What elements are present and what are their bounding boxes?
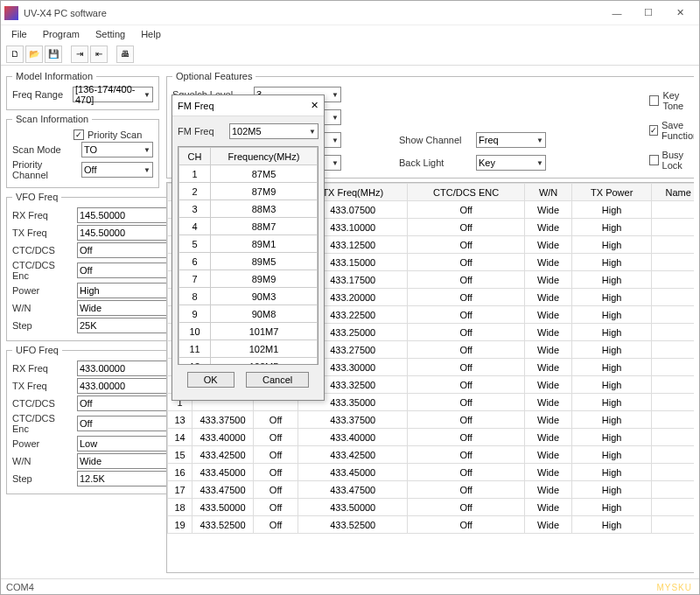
cancel-button[interactable]: Cancel bbox=[246, 372, 309, 388]
table-row[interactable]: 890M3 bbox=[179, 288, 318, 305]
priority-channel-select[interactable]: Off▼ bbox=[81, 162, 153, 178]
key-tone-checkbox[interactable] bbox=[649, 95, 659, 106]
maximize-button[interactable]: ☐ bbox=[633, 3, 664, 24]
write-icon[interactable]: ⇤ bbox=[90, 46, 108, 63]
save-icon[interactable]: 💾 bbox=[45, 46, 62, 63]
table-row[interactable]: 789M9 bbox=[179, 270, 318, 288]
toolbar: 🗋 📂 💾 ⇥ ⇤ 🖶 bbox=[1, 43, 699, 66]
table-row[interactable]: 18433.50000Off433.50000OffWideHigh bbox=[168, 499, 695, 516]
close-button[interactable]: ✕ bbox=[664, 3, 696, 24]
titlebar: UV-X4 PC software — ☐ ✕ bbox=[1, 1, 699, 25]
model-info: Model Information Freq Range [136-174/40… bbox=[6, 71, 159, 110]
freq-range-label: Freq Range bbox=[12, 89, 69, 100]
com-port: COM4 bbox=[6, 582, 34, 592]
read-icon[interactable]: ⇥ bbox=[71, 46, 88, 63]
print-icon[interactable]: 🖶 bbox=[116, 46, 134, 63]
ok-button[interactable]: OK bbox=[187, 372, 234, 388]
menu-setting[interactable]: Setting bbox=[88, 27, 132, 41]
table-row[interactable]: 287M9 bbox=[179, 183, 318, 200]
watermark: MYSKU bbox=[656, 583, 692, 592]
dialog-title: FM Freq bbox=[178, 101, 311, 111]
app-icon bbox=[4, 6, 18, 20]
table-row[interactable]: 13433.37500Off433.37500OffWideHigh bbox=[168, 411, 695, 429]
table-row[interactable]: 17433.47500Off433.47500OffWideHigh bbox=[168, 481, 695, 499]
menu-help[interactable]: Help bbox=[134, 27, 168, 41]
app-window: UV-X4 PC software — ☐ ✕ File Program Set… bbox=[0, 0, 700, 595]
table-row[interactable]: 16433.45000Off433.45000OffWideHigh bbox=[168, 464, 695, 481]
menubar: File Program Setting Help bbox=[1, 25, 699, 43]
table-row[interactable]: 488M7 bbox=[179, 218, 318, 235]
dialog-close-icon[interactable]: ✕ bbox=[311, 100, 318, 111]
open-icon[interactable]: 📂 bbox=[25, 46, 43, 63]
table-row[interactable]: 589M1 bbox=[179, 235, 318, 253]
table-row[interactable]: 12102M5 bbox=[179, 358, 318, 366]
minimize-button[interactable]: — bbox=[601, 3, 633, 24]
fm-freq-table[interactable]: CH Frequency(MHz) 187M5287M9388M3488M758… bbox=[178, 146, 318, 365]
table-row[interactable]: 990M8 bbox=[179, 305, 318, 323]
busy-lock-checkbox[interactable] bbox=[649, 155, 659, 165]
status-bar: COM4 bbox=[1, 578, 699, 594]
window-title: UV-X4 PC software bbox=[24, 8, 601, 18]
back-light-select[interactable]: Key▼ bbox=[476, 155, 546, 171]
menu-file[interactable]: File bbox=[4, 27, 34, 41]
freq-range-select[interactable]: [136-174/400-470]▼ bbox=[73, 87, 153, 102]
table-row[interactable]: 187M5 bbox=[179, 165, 318, 183]
table-row[interactable]: 14433.40000Off433.40000OffWideHigh bbox=[168, 429, 695, 446]
table-row[interactable]: 11102M1 bbox=[179, 340, 318, 358]
table-row[interactable]: 15433.42500Off433.42500OffWideHigh bbox=[168, 446, 695, 464]
save-func-checkbox[interactable]: ✓ bbox=[649, 125, 658, 136]
priority-scan-checkbox[interactable]: ✓ bbox=[74, 130, 84, 140]
table-row[interactable]: 689M5 bbox=[179, 253, 318, 270]
fm-freq-dialog: FM Freq ✕ FM Freq 102M5▼ CH Frequency(MH… bbox=[172, 94, 325, 401]
new-icon[interactable]: 🗋 bbox=[6, 46, 24, 63]
menu-program[interactable]: Program bbox=[36, 27, 87, 41]
fm-freq-select[interactable]: 102M5▼ bbox=[229, 123, 318, 139]
scan-mode-select[interactable]: TO▼ bbox=[81, 142, 153, 158]
show-channel-select[interactable]: Freq▼ bbox=[476, 132, 546, 148]
table-row[interactable]: 10101M7 bbox=[179, 323, 318, 340]
table-row[interactable]: 388M3 bbox=[179, 200, 318, 218]
table-row[interactable]: 19433.52500Off433.52500OffWideHigh bbox=[168, 516, 695, 534]
scan-info: Scan Information ✓ Priority Scan Scan Mo… bbox=[6, 114, 159, 188]
